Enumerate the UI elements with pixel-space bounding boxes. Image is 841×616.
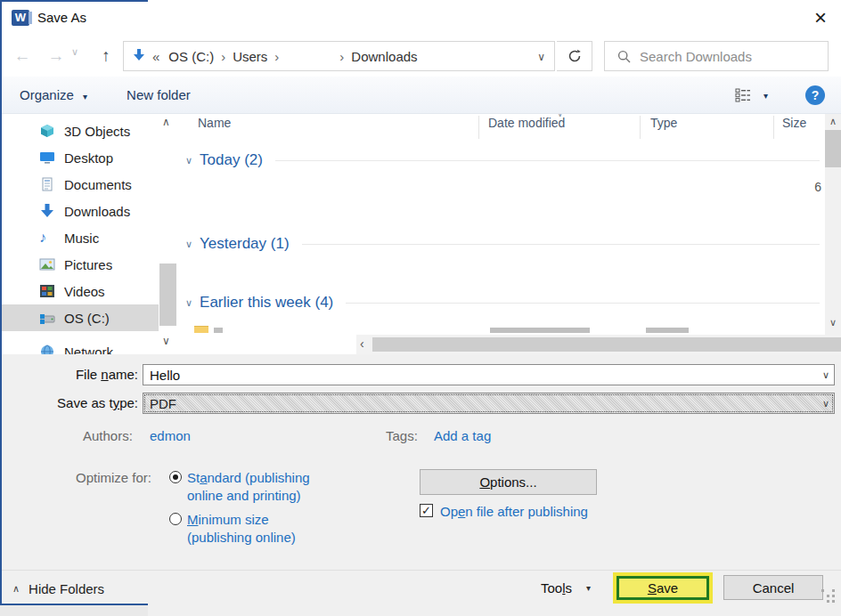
new-folder-button[interactable]: New folder xyxy=(127,87,191,102)
radio-standard-label[interactable]: Standard (publishing online and printing… xyxy=(187,469,328,505)
breadcrumb-item-os-c[interactable]: OS (C:) xyxy=(168,49,214,64)
search-box[interactable] xyxy=(604,41,829,71)
combo-chevron-icon[interactable]: ∨ xyxy=(818,369,834,381)
search-input[interactable] xyxy=(640,49,828,64)
sidebar-item-label: Pictures xyxy=(64,257,112,272)
breadcrumb-item-downloads[interactable]: Downloads xyxy=(351,49,417,64)
sidebar-item-label: Documents xyxy=(64,177,132,192)
group-divider xyxy=(346,303,820,304)
desktop-icon xyxy=(39,150,55,165)
3d-objects-icon xyxy=(39,124,55,138)
sidebar-item-label: Desktop xyxy=(64,150,113,166)
folder-icon xyxy=(194,326,208,333)
cancel-button[interactable]: Cancel xyxy=(723,575,823,600)
sidebar-item-videos[interactable]: Videos xyxy=(0,278,159,304)
authors-value[interactable]: edmon xyxy=(150,428,191,443)
group-header-yesterday[interactable]: ∨ Yesterday (1) xyxy=(185,235,820,253)
column-separator[interactable] xyxy=(640,116,641,139)
radio-minimum-size[interactable] xyxy=(169,513,182,525)
group-chevron-icon[interactable]: ∨ xyxy=(185,155,192,166)
sidebar-item-label: Music xyxy=(64,231,99,246)
group-header-today[interactable]: ∨ Today (2) xyxy=(185,151,820,169)
open-file-after-publishing-label[interactable]: Open file after publishing xyxy=(440,503,672,521)
combo-chevron-icon[interactable]: ∨ xyxy=(818,398,834,409)
sidebar-scroll-down-icon[interactable]: ∨ xyxy=(162,335,170,347)
column-header-type[interactable]: Type xyxy=(650,116,677,130)
sidebar-item-documents[interactable]: Documents xyxy=(0,171,159,198)
tools-button[interactable]: Tools ▾ xyxy=(541,580,591,596)
horizontal-scrollbar[interactable]: ‹ › xyxy=(356,335,841,354)
navigation-sidebar: 3D Objects Desktop Documents xyxy=(0,114,178,354)
column-header-name[interactable]: Name xyxy=(198,116,231,130)
tags-label: Tags: xyxy=(386,428,418,443)
file-name-combobox[interactable]: ∨ xyxy=(143,364,835,385)
radio-standard[interactable] xyxy=(169,471,182,483)
title-bar: W Save As × xyxy=(0,0,841,36)
vertical-scrollbar[interactable]: ∧ ∨ xyxy=(825,114,841,335)
horizontal-scrollbar-thumb[interactable] xyxy=(372,337,841,352)
scroll-left-icon[interactable]: ‹ xyxy=(360,336,364,351)
organize-button[interactable]: Organize ▾ xyxy=(20,87,87,102)
group-header-earlier-this-week[interactable]: ∨ Earlier this week (4) xyxy=(185,294,820,312)
breadcrumb-item-users[interactable]: Users xyxy=(233,49,267,64)
back-icon[interactable]: ← xyxy=(9,41,36,71)
recent-locations-chevron-icon[interactable]: ∨ xyxy=(71,46,78,58)
sidebar-scroll-up-icon[interactable]: ∧ xyxy=(162,116,170,128)
radio-minimum-size-label[interactable]: Minimum size (publishing online) xyxy=(187,511,312,547)
group-divider xyxy=(302,244,820,245)
column-header-date-modified[interactable]: Date modified xyxy=(488,116,565,130)
open-file-after-publishing-checkbox[interactable]: ✓ xyxy=(420,504,433,517)
group-chevron-icon[interactable]: ∨ xyxy=(185,297,192,309)
save-as-type-combobox[interactable]: PDF ∨ xyxy=(143,393,835,414)
background-window-strip xyxy=(0,604,148,616)
background-window-edge xyxy=(0,0,2,616)
sidebar-item-label: Network xyxy=(64,344,113,355)
help-icon[interactable]: ? xyxy=(805,85,825,105)
group-chevron-icon[interactable]: ∨ xyxy=(185,239,192,250)
command-toolbar: Organize ▾ New folder ▾ ? xyxy=(0,77,841,114)
save-as-dialog: W Save As × ← → ∨ ↑ « OS (C:) › Users › … xyxy=(0,0,841,616)
vertical-scrollbar-thumb[interactable] xyxy=(825,130,841,167)
sidebar-item-desktop[interactable]: Desktop xyxy=(0,144,159,171)
save-button[interactable]: Save xyxy=(616,576,709,600)
column-header-size[interactable]: Size xyxy=(782,116,806,130)
add-a-tag-link[interactable]: Add a tag xyxy=(434,428,491,443)
up-icon[interactable]: ↑ xyxy=(93,41,119,71)
scroll-down-icon[interactable]: ∨ xyxy=(825,317,841,328)
music-icon: ♪ xyxy=(39,231,55,245)
sidebar-item-network[interactable]: Network xyxy=(0,338,159,354)
sidebar-scrollbar-thumb[interactable] xyxy=(159,263,176,326)
sidebar-item-downloads[interactable]: Downloads xyxy=(0,198,159,224)
view-details-icon[interactable] xyxy=(735,88,751,102)
close-icon[interactable]: × xyxy=(806,4,835,32)
file-name-input[interactable] xyxy=(150,368,818,383)
sidebar-item-pictures[interactable]: Pictures xyxy=(0,251,159,278)
sidebar-item-3d-objects[interactable]: 3D Objects xyxy=(0,118,159,144)
column-separator[interactable] xyxy=(478,116,479,139)
refresh-icon xyxy=(567,49,582,63)
chevron-up-icon: ∧ xyxy=(12,583,20,595)
options-button[interactable]: Options... xyxy=(420,469,597,495)
resize-grip[interactable] xyxy=(821,589,824,592)
sidebar-item-os-c[interactable]: OS (C:) xyxy=(0,304,159,331)
forward-icon[interactable]: → xyxy=(43,41,69,71)
downloads-icon xyxy=(39,204,55,218)
group-divider xyxy=(275,160,820,161)
pictures-icon xyxy=(39,257,55,272)
column-separator[interactable] xyxy=(773,116,774,139)
breadcrumb-separator-icon: › xyxy=(274,49,279,64)
breadcrumb-separator-icon: › xyxy=(221,49,225,64)
address-dropdown-chevron-icon[interactable]: ∨ xyxy=(537,51,545,63)
network-icon xyxy=(39,344,55,354)
scroll-up-icon[interactable]: ∧ xyxy=(825,116,841,127)
refresh-button[interactable] xyxy=(557,41,592,71)
breadcrumb-overflow-icon[interactable]: « xyxy=(152,49,159,64)
view-options-chevron-icon[interactable]: ▾ xyxy=(763,91,768,101)
sidebar-item-music[interactable]: ♪ Music xyxy=(0,224,159,251)
hide-folders-button[interactable]: ∧ Hide Folders xyxy=(12,581,104,596)
authors-label: Authors: xyxy=(83,428,133,443)
dialog-body: 3D Objects Desktop Documents xyxy=(0,114,841,354)
clipped-file-row[interactable] xyxy=(187,324,811,333)
address-bar[interactable]: « OS (C:) › Users › › Downloads ∨ xyxy=(123,41,555,71)
os-drive-icon xyxy=(39,311,55,325)
